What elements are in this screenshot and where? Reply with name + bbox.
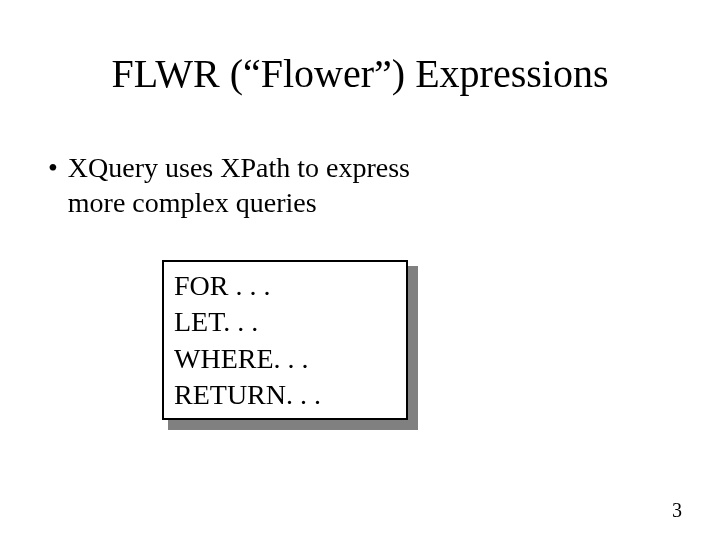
bullet-line-1: XQuery uses XPath to express [68, 152, 410, 183]
slide-title: FLWR (“Flower”) Expressions [0, 50, 720, 97]
bullet-marker: • [48, 150, 58, 220]
code-box: FOR . . . LET. . . WHERE. . . RETURN. . … [162, 260, 408, 420]
code-line-4: RETURN. . . [174, 377, 396, 413]
bullet-line-2: more complex queries [68, 187, 317, 218]
code-line-1: FOR . . . [174, 268, 396, 304]
code-line-3: WHERE. . . [174, 341, 396, 377]
code-line-2: LET. . . [174, 304, 396, 340]
bullet-text: XQuery uses XPath to express more comple… [68, 150, 410, 220]
page-number: 3 [672, 499, 682, 522]
slide: FLWR (“Flower”) Expressions • XQuery use… [0, 0, 720, 540]
bullet-item: • XQuery uses XPath to express more comp… [48, 150, 410, 220]
